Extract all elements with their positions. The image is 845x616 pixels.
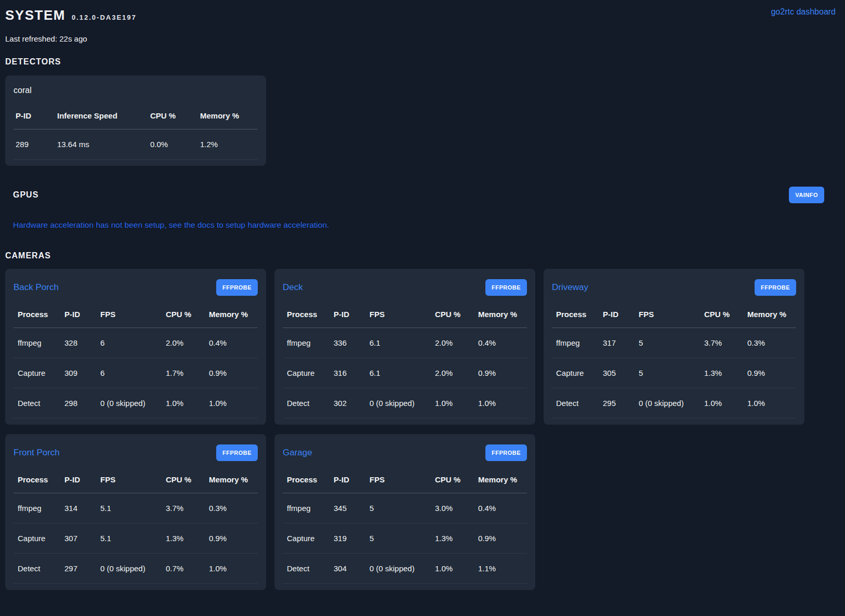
column-header: FPS	[96, 475, 162, 493]
camera-stats-table: ProcessP-IDFPSCPU %Memory % ffmpeg3145.1…	[14, 475, 258, 584]
table-row: Capture30551.3%0.9%	[552, 358, 796, 388]
table-header-row: ProcessP-IDFPSCPU %Memory %	[14, 310, 258, 328]
column-header: Process	[552, 310, 599, 328]
table-cell: 1.7%	[162, 358, 205, 388]
table-cell: 0.4%	[474, 328, 527, 358]
column-header: CPU %	[431, 310, 474, 328]
table-row: Detect2980 (0 skipped)1.0%1.0%	[14, 388, 258, 418]
gpus-heading: GPUS	[13, 190, 38, 200]
camera-card-head: Garage FFPROBE	[283, 444, 527, 461]
table-cell: 302	[329, 388, 365, 418]
gpus-section: GPUS VAINFO Hardware acceleration has no…	[5, 187, 840, 230]
table-cell: 0 (0 skipped)	[96, 388, 162, 418]
table-row: ffmpeg32862.0%0.4%	[14, 328, 258, 358]
table-row: ffmpeg34553.0%0.4%	[283, 493, 527, 523]
table-cell: 0.9%	[205, 523, 258, 554]
detectors-heading: DETECTORS	[5, 57, 840, 67]
ffprobe-button[interactable]: FFPROBE	[485, 279, 527, 296]
ffprobe-button[interactable]: FFPROBE	[216, 279, 258, 296]
column-header: Memory %	[743, 310, 796, 328]
table-cell: 0.4%	[474, 493, 527, 523]
detector-cards: coral P-IDInference SpeedCPU %Memory % 2…	[5, 75, 840, 166]
camera-name-link[interactable]: Deck	[283, 282, 303, 293]
table-cell: 0 (0 skipped)	[96, 554, 162, 584]
table-row: Detect2970 (0 skipped)0.7%1.0%	[14, 554, 258, 584]
table-cell: 0.3%	[205, 493, 258, 523]
column-header: CPU %	[162, 475, 205, 493]
camera-name-link[interactable]: Back Porch	[14, 282, 59, 293]
last-refreshed-text: Last refreshed: 22s ago	[5, 34, 840, 43]
table-cell: 336	[329, 328, 365, 358]
table-header-row: ProcessP-IDFPSCPU %Memory %	[283, 310, 527, 328]
table-row: Capture31951.3%0.9%	[283, 523, 527, 554]
ffprobe-button[interactable]: FFPROBE	[216, 444, 258, 461]
column-header: Memory %	[205, 310, 258, 328]
table-cell: 1.3%	[162, 523, 205, 554]
table-cell: 305	[599, 358, 635, 388]
table-row: 28913.64 ms0.0%1.2%	[14, 129, 258, 160]
column-header: CPU %	[162, 310, 205, 328]
hardware-acceleration-message[interactable]: Hardware acceleration has not been setup…	[13, 220, 824, 230]
camera-stats-table: ProcessP-IDFPSCPU %Memory % ffmpeg3366.1…	[283, 310, 527, 418]
page-title: SYSTEM	[5, 7, 65, 23]
camera-stats-table: ProcessP-IDFPSCPU %Memory % ffmpeg31753.…	[552, 310, 796, 418]
ffprobe-button[interactable]: FFPROBE	[755, 279, 796, 296]
table-cell: 5	[635, 328, 700, 358]
camera-stats-table: ProcessP-IDFPSCPU %Memory % ffmpeg34553.…	[283, 475, 527, 584]
column-header: FPS	[635, 310, 700, 328]
go2rtc-dashboard-link[interactable]: go2rtc dashboard	[771, 7, 836, 17]
column-header: Process	[14, 310, 60, 328]
column-header: P-ID	[14, 111, 55, 129]
column-header: CPU %	[431, 475, 474, 493]
detector-card-head: coral	[14, 86, 258, 95]
table-cell: 1.3%	[431, 523, 474, 554]
table-cell: 1.0%	[743, 388, 796, 418]
table-cell: Capture	[14, 358, 60, 388]
table-cell: Detect	[283, 388, 329, 418]
table-cell: 2.0%	[431, 358, 474, 388]
table-cell: Detect	[552, 388, 599, 418]
table-cell: ffmpeg	[14, 328, 60, 358]
table-cell: 328	[60, 328, 96, 358]
column-header: Process	[14, 475, 60, 493]
camera-name-link[interactable]: Garage	[283, 448, 312, 458]
detector-stats-table: P-IDInference SpeedCPU %Memory % 28913.6…	[14, 111, 258, 160]
table-cell: 3.0%	[431, 493, 474, 523]
table-cell: 297	[60, 554, 96, 584]
table-cell: 1.0%	[700, 388, 743, 418]
column-header: Memory %	[198, 111, 258, 129]
vainfo-button[interactable]: VAINFO	[789, 187, 824, 203]
column-header: P-ID	[60, 475, 96, 493]
table-cell: 314	[60, 493, 96, 523]
table-row: ffmpeg31753.7%0.3%	[552, 328, 796, 358]
column-header: CPU %	[700, 310, 743, 328]
camera-card: Driveway FFPROBE ProcessP-IDFPSCPU %Memo…	[544, 269, 804, 425]
table-cell: 304	[329, 554, 365, 584]
table-row: Detect2950 (0 skipped)1.0%1.0%	[552, 388, 796, 418]
table-cell: 3.7%	[700, 328, 743, 358]
camera-name-link[interactable]: Driveway	[552, 282, 588, 293]
detector-name: coral	[14, 86, 32, 95]
camera-grid: Back Porch FFPROBE ProcessP-IDFPSCPU %Me…	[5, 269, 840, 590]
table-header-row: ProcessP-IDFPSCPU %Memory %	[14, 475, 258, 493]
camera-name-link[interactable]: Front Porch	[14, 448, 60, 458]
table-cell: 0.9%	[205, 358, 258, 388]
table-row: Capture30961.7%0.9%	[14, 358, 258, 388]
cameras-heading: CAMERAS	[5, 251, 840, 260]
camera-card-head: Deck FFPROBE	[283, 279, 527, 296]
camera-card: Front Porch FFPROBE ProcessP-IDFPSCPU %M…	[5, 434, 266, 590]
table-cell: 2.0%	[162, 328, 205, 358]
ffprobe-button[interactable]: FFPROBE	[485, 444, 527, 461]
table-cell: 0.7%	[162, 554, 205, 584]
table-cell: Detect	[283, 554, 329, 584]
gpus-head: GPUS VAINFO	[13, 187, 824, 203]
table-header-row: ProcessP-IDFPSCPU %Memory %	[552, 310, 796, 328]
camera-card-head: Back Porch FFPROBE	[14, 279, 258, 296]
column-header: Memory %	[474, 475, 527, 493]
table-cell: 1.0%	[162, 388, 205, 418]
camera-card: Deck FFPROBE ProcessP-IDFPSCPU %Memory %…	[274, 269, 535, 425]
table-cell: 295	[599, 388, 635, 418]
column-header: Memory %	[474, 310, 527, 328]
table-row: ffmpeg3145.13.7%0.3%	[14, 493, 258, 523]
table-cell: ffmpeg	[283, 493, 329, 523]
